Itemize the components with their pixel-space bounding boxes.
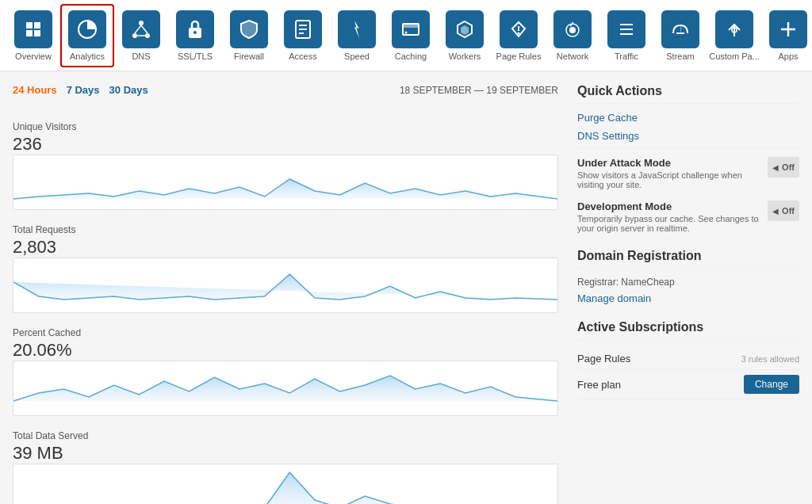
dev-mode-desc: Temporarily bypass our cache. See change… [577, 214, 760, 233]
nav-label-firewall: Firewall [234, 52, 264, 61]
svg-line-9 [141, 25, 147, 33]
svg-line-8 [135, 25, 141, 33]
dev-mode-toggle[interactable]: ◀ Off [768, 200, 799, 221]
nav-item-analytics[interactable]: Analytics [60, 4, 114, 67]
speed-icon [338, 10, 376, 48]
nav-item-overview[interactable]: Overview [6, 4, 60, 67]
nav-label-stream: Stream [666, 52, 694, 61]
nav-label-overview: Overview [15, 52, 52, 61]
time-tabs: 24 Hours 7 Days 30 Days [13, 84, 148, 96]
toggle-arrow-icon2: ◀ [772, 207, 779, 216]
nav-item-network[interactable]: Network [546, 4, 599, 67]
metric-value-requests: 2,803 [13, 237, 558, 258]
subscription-name-pagerules: Page Rules [577, 353, 630, 365]
quick-actions-section: Quick Actions Purge Cache DNS Settings U… [577, 84, 799, 233]
purge-cache-link[interactable]: Purge Cache [577, 112, 799, 124]
nav-item-access[interactable]: Access [276, 4, 330, 67]
apps-icon [769, 10, 807, 48]
nav-bar: Overview Analytics DNS [0, 0, 812, 71]
nav-label-dns: DNS [132, 52, 150, 61]
toggle-btn-label: Off [782, 162, 795, 172]
nav-label-traffic: Traffic [615, 52, 638, 61]
nav-label-custompages: Custom Pa... [709, 52, 760, 61]
svg-marker-22 [461, 25, 469, 35]
right-panel: Quick Actions Purge Cache DNS Settings U… [577, 84, 799, 504]
metric-data-served: Total Data Served 39 MB [13, 430, 558, 504]
metric-label-requests: Total Requests [13, 224, 558, 235]
under-attack-title: Under Attack Mode [577, 157, 760, 169]
network-icon [553, 10, 592, 48]
left-panel: 24 Hours 7 Days 30 Days 18 SEPTEMBER — 1… [13, 84, 558, 504]
svg-point-12 [193, 31, 197, 34]
svg-rect-2 [26, 30, 33, 36]
under-attack-toggle[interactable]: ◀ Off [768, 157, 799, 178]
registrar-label: Registrar: NameCheap [577, 277, 799, 288]
subscription-name-freeplan: Free plan [577, 379, 621, 391]
svg-rect-1 [34, 22, 40, 29]
nav-item-dns[interactable]: DNS [114, 4, 168, 67]
chart-served [13, 464, 558, 504]
toggle-btn-label2: Off [782, 206, 795, 216]
nav-item-speed[interactable]: Speed [330, 4, 384, 67]
metric-label-cached: Percent Cached [13, 327, 558, 338]
under-attack-toggle-row: Under Attack Mode Show visitors a JavaSc… [577, 157, 799, 189]
svg-point-24 [518, 32, 520, 34]
subscription-row-pagerules: Page Rules 3 rules allowed [577, 348, 799, 370]
subscription-detail-pagerules: 3 rules allowed [741, 354, 799, 364]
under-attack-desc: Show visitors a JavaScript challenge whe… [577, 170, 760, 189]
main-content: 24 Hours 7 Days 30 Days 18 SEPTEMBER — 1… [0, 71, 812, 504]
nav-label-workers: Workers [449, 52, 481, 61]
custompages-icon [715, 10, 753, 48]
chart-visitors [13, 155, 558, 210]
metric-label-visitors: Unique Visitors [13, 121, 558, 132]
access-icon [284, 10, 322, 48]
nav-item-apps[interactable]: Apps [761, 4, 812, 67]
nav-label-analytics: Analytics [70, 52, 105, 61]
tab-24hours[interactable]: 24 Hours [13, 84, 57, 96]
nav-label-caching: Caching [395, 52, 427, 61]
nav-item-traffic[interactable]: Traffic [599, 4, 653, 67]
nav-label-apps: Apps [778, 52, 798, 61]
nav-item-stream[interactable]: Stream [653, 4, 707, 67]
svg-point-20 [405, 31, 408, 33]
manage-domain-link[interactable]: Manage domain [577, 292, 799, 304]
nav-item-workers[interactable]: Workers [438, 4, 492, 67]
workers-icon [446, 10, 484, 48]
metric-unique-visitors: Unique Visitors 236 [13, 121, 558, 210]
metric-total-requests: Total Requests 2,803 [13, 224, 558, 313]
quick-actions-title: Quick Actions [577, 84, 799, 104]
chart-requests [13, 258, 558, 313]
tab-30days[interactable]: 30 Days [109, 84, 148, 96]
nav-item-ssl[interactable]: SSL/TLS [168, 4, 222, 67]
nav-item-firewall[interactable]: Firewall [222, 4, 276, 67]
svg-point-25 [569, 27, 576, 33]
domain-registration-section: Domain Registration Registrar: NameCheap… [577, 249, 799, 304]
dev-mode-toggle-row: Development Mode Temporarily bypass our … [577, 200, 799, 233]
pagerules-icon [500, 10, 538, 48]
svg-point-5 [139, 21, 144, 25]
traffic-icon [607, 10, 645, 48]
active-subscriptions-section: Active Subscriptions Page Rules 3 rules … [577, 320, 799, 399]
analytics-icon [68, 10, 106, 48]
dev-mode-title: Development Mode [577, 200, 760, 212]
dns-settings-link[interactable]: DNS Settings [577, 130, 799, 142]
metric-value-visitors: 236 [13, 134, 558, 155]
metric-percent-cached: Percent Cached 20.06% [13, 327, 558, 416]
nav-label-speed: Speed [344, 52, 370, 61]
svg-marker-17 [354, 21, 359, 38]
date-range: 18 SEPTEMBER — 19 SEPTEMBER [400, 85, 558, 96]
nav-item-pagerules[interactable]: Page Rules [492, 4, 546, 67]
nav-label-pagerules: Page Rules [496, 52, 542, 61]
nav-item-custompages[interactable]: Custom Pa... [707, 4, 761, 67]
change-plan-button[interactable]: Change [744, 375, 799, 394]
svg-rect-19 [403, 24, 419, 28]
active-subscriptions-title: Active Subscriptions [577, 320, 799, 340]
nav-label-access: Access [289, 52, 316, 61]
overview-icon [14, 10, 52, 48]
svg-rect-3 [34, 30, 40, 36]
chart-cached [13, 361, 558, 416]
tab-7days[interactable]: 7 Days [67, 84, 100, 96]
metric-value-served: 39 MB [13, 443, 558, 464]
nav-item-caching[interactable]: Caching [384, 4, 438, 67]
caching-icon [392, 10, 430, 48]
